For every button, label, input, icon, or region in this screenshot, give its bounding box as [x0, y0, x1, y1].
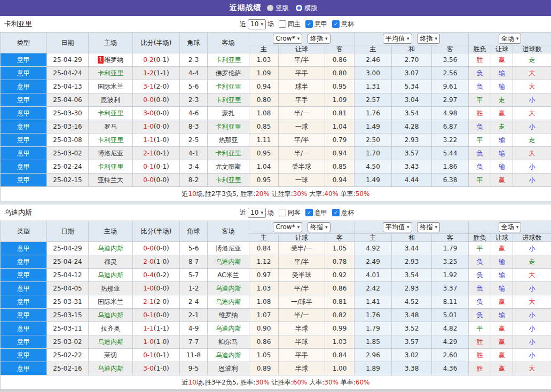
odds-provider-select[interactable]: Crow*▾: [273, 222, 302, 232]
score-cell: 3-0(0-0): [133, 107, 180, 120]
average-stage-select[interactable]: 终指▾: [417, 222, 440, 232]
result-goals-cell: 大: [513, 269, 551, 282]
avg-home-cell: 4.50: [355, 160, 392, 174]
result-outcome-cell: 负: [469, 282, 491, 295]
sub-header-handicap: 让球: [279, 234, 325, 242]
cup-label[interactable]: 意杯: [341, 20, 354, 29]
avg-away-cell: 5.44: [432, 147, 469, 160]
same-away-label[interactable]: 同客: [288, 208, 301, 217]
result-handicap-cell: 走: [491, 93, 513, 107]
avg-home-cell: 4.92: [355, 242, 392, 255]
cup-checkbox[interactable]: [332, 20, 340, 28]
match-row: 意甲25-03-31国际米兰2-1(2-0)2-4乌迪内斯1.08一/球半0.8…: [1, 295, 551, 309]
away-team-cell: 博洛尼亚: [208, 242, 249, 255]
date-cell: 25-03-11: [47, 322, 89, 335]
score-cell: 2-1(2-0): [133, 295, 180, 309]
col-header-type: 类型: [1, 221, 47, 242]
matches-count-select[interactable]: 10▾: [248, 208, 266, 218]
average-provider-select[interactable]: 平均值▾: [383, 34, 412, 44]
league-checkbox[interactable]: [305, 20, 313, 28]
match-row: 意甲25-02-15亚特兰大0-0(0-0)8-2卡利亚里0.95一球0.941…: [1, 174, 551, 187]
cup-label[interactable]: 意杯: [341, 208, 354, 217]
matches-count-select[interactable]: 10▾: [248, 19, 266, 29]
chevron-down-icon: ▾: [516, 35, 519, 43]
odds-home-cell: 0.95: [249, 147, 279, 160]
odds-stage-select[interactable]: 终指▾: [308, 222, 330, 232]
match-row: 意甲25-02-22莱切0-1(0-1)11-8乌迪内斯1.05平手0.842.…: [1, 349, 551, 362]
chevron-down-icon: ▾: [261, 20, 263, 28]
cup-checkbox[interactable]: [332, 209, 340, 216]
odds-away-cell: 0.99: [325, 322, 355, 335]
corner-cell: 8-2: [180, 174, 208, 187]
sub-header-avg-away: 客: [432, 45, 469, 53]
avg-home-cell: 2.49: [355, 255, 392, 269]
horizontal-scrollbar[interactable]: [0, 390, 551, 392]
avg-home-cell: 1.41: [355, 295, 392, 309]
avg-draw-cell: 5.34: [392, 80, 432, 93]
horizontal-layout-label[interactable]: 横版: [305, 4, 318, 13]
layout-radio-group: 竖版 横版: [267, 4, 322, 13]
odds-home-cell: 1.03: [249, 282, 279, 295]
score-cell: 0-0(0-0): [133, 242, 180, 255]
vertical-layout-label[interactable]: 竖版: [276, 4, 289, 13]
corner-cell: 1-2: [180, 282, 208, 295]
result-handicap-cell: 输: [491, 147, 513, 160]
score-cell: 2-1(0-1): [133, 147, 180, 160]
corner-cell: 5-6: [180, 242, 208, 255]
odds-stage-select[interactable]: 终指▾: [308, 34, 330, 44]
league-label[interactable]: 意甲: [314, 20, 327, 29]
avg-draw-cell: 3.57: [392, 147, 432, 160]
odds-handicap-cell: 受半/一: [279, 242, 325, 255]
col-header-away: 客场: [208, 33, 249, 53]
odds-provider-select[interactable]: Crow*▾: [273, 34, 302, 44]
league-cell: 意甲: [1, 255, 47, 269]
league-cell: 意甲: [1, 67, 47, 80]
horizontal-layout-radio[interactable]: [296, 5, 302, 11]
league-checkbox[interactable]: [305, 209, 313, 216]
avg-draw-cell: 3.52: [392, 322, 432, 335]
filter-controls: 近 10▾ 场 同主 意甲 意杯: [240, 19, 354, 29]
section-header: 卡利亚里 近 10▾ 场 同主 意甲 意杯: [0, 16, 551, 32]
sub-header-avg-home: 主: [355, 234, 392, 242]
avg-away-cell: 3.56: [432, 53, 469, 67]
home-team-cell: 1维罗纳: [89, 53, 133, 67]
date-cell: 25-02-24: [47, 160, 89, 174]
same-away-checkbox[interactable]: [279, 209, 286, 216]
odds-handicap-cell: 半/一: [279, 107, 325, 120]
result-goals-cell: 小: [513, 160, 551, 174]
avg-home-cell: 1.70: [355, 147, 392, 160]
matches-table: 类型 日期 主场 比分(半场) 角球 客场 Crow*▾ 终指▾ 平均值▾ 终指…: [0, 221, 551, 390]
score-cell: 0-0(0-0): [133, 174, 180, 187]
league-label[interactable]: 意甲: [314, 208, 327, 217]
odds-away-cell: 0.82: [325, 309, 355, 322]
odds-away-cell: 1.04: [325, 120, 355, 134]
league-cell: 意甲: [1, 282, 47, 295]
odds-away-cell: 0.94: [325, 147, 355, 160]
date-cell: 25-04-13: [47, 80, 89, 93]
avg-draw-cell: 4.52: [392, 295, 432, 309]
league-cell: 意甲: [1, 309, 47, 322]
vertical-layout-radio[interactable]: [267, 5, 273, 11]
odds-handicap-cell: 一球: [279, 174, 325, 187]
scope-select[interactable]: 全场▾: [499, 34, 522, 44]
away-team-cell: 卡利亚里: [208, 80, 249, 93]
score-cell: 2-0(1-0): [133, 255, 180, 269]
same-home-checkbox[interactable]: [279, 20, 286, 28]
away-team-cell: 乌迪内斯: [208, 349, 249, 362]
avg-draw-cell: 2.93: [392, 282, 432, 295]
match-row: 意甲25-04-24都灵2-0(1-0)8-7乌迪内斯1.12平/半0.782.…: [1, 255, 551, 269]
match-row: 意甲25-04-29乌迪内斯0-0(0-0)5-6博洛尼亚0.84受半/一1.0…: [1, 242, 551, 255]
col-header-date: 日期: [47, 221, 89, 242]
result-goals-cell: 走: [513, 255, 551, 269]
average-provider-select[interactable]: 平均值▾: [383, 222, 412, 232]
same-home-label[interactable]: 同主: [288, 20, 301, 29]
home-team-cell: 卡利亚里: [89, 160, 133, 174]
date-cell: 25-04-12: [47, 269, 89, 282]
average-stage-select[interactable]: 终指▾: [417, 34, 440, 44]
odds-home-cell: 0.95: [249, 174, 279, 187]
date-cell: 25-02-16: [47, 362, 89, 375]
league-cell: 意甲: [1, 147, 47, 160]
result-outcome-cell: 胜: [469, 335, 491, 349]
league-cell: 意甲: [1, 269, 47, 282]
scope-select[interactable]: 全场▾: [499, 222, 522, 232]
